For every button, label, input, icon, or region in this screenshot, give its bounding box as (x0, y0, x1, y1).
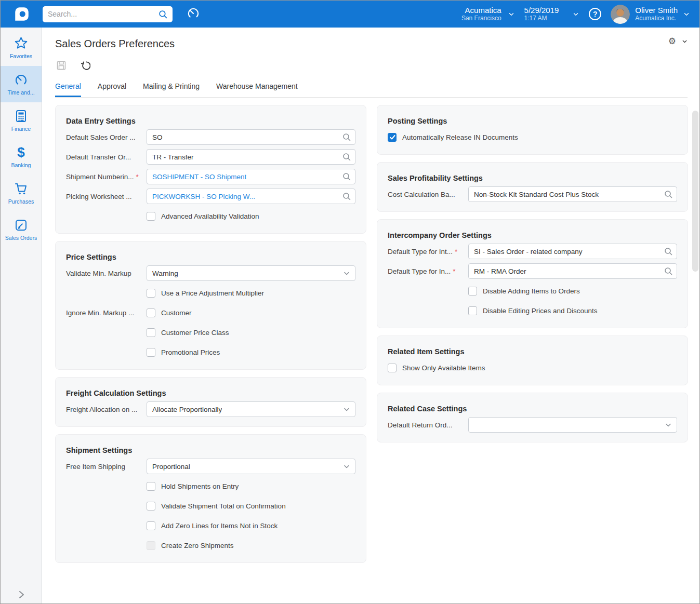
gear-icon[interactable]: ⚙ (668, 37, 676, 46)
company-branch-selector[interactable]: Acumatica San Francisco (461, 6, 515, 22)
chevron-down-icon[interactable] (342, 269, 351, 277)
chevron-right-icon (17, 590, 26, 599)
company-name: Acumatica (461, 6, 501, 15)
save-button[interactable] (56, 60, 67, 71)
global-search[interactable] (43, 6, 173, 22)
check-icon (389, 134, 395, 140)
section-related-case-settings: Related Case Settings Default Return Ord… (377, 393, 688, 442)
sidebar-item-label: Finance (11, 126, 31, 132)
timer-icon (14, 73, 28, 87)
section-posting-settings: Posting Settings Automatically Release I… (377, 105, 688, 155)
section-title: Intercompany Order Settings (388, 228, 677, 239)
default-return-order-type-select[interactable] (468, 417, 677, 433)
default-type-intercompany-sales-field[interactable]: SI - Sales Order - related company (468, 244, 677, 259)
branch-name: San Francisco (461, 15, 501, 22)
sidebar-item-sales-orders[interactable]: Sales Orders (1, 211, 42, 248)
default-transfer-order-field[interactable]: TR - Transfer (147, 149, 355, 165)
user-menu[interactable]: Oliver Smith Acumatica Inc. (611, 5, 690, 24)
ignore-customer-price-class-checkbox[interactable] (147, 328, 155, 337)
sidebar-expand-button[interactable] (1, 590, 42, 599)
magnifier-icon[interactable] (664, 267, 672, 275)
section-title: Related Case Settings (388, 401, 677, 413)
price-adjustment-multiplier-checkbox[interactable] (147, 289, 155, 298)
user-org: Acumatica Inc. (635, 15, 678, 22)
default-type-intercompany-returns-field[interactable]: RM - RMA Order (468, 263, 677, 279)
auto-release-in-documents-checkbox[interactable] (388, 133, 397, 142)
section-related-item-settings: Related Item Settings Show Only Availabl… (377, 335, 688, 385)
required-asterisk: * (136, 173, 139, 181)
section-sales-profitability-settings: Sales Profitability Settings Cost Calcul… (377, 162, 688, 212)
free-item-shipping-select[interactable]: Proportional (147, 459, 355, 474)
pencil-square-icon (14, 218, 28, 232)
chevron-down-icon (508, 10, 515, 18)
field-label: Picking Worksheet ... (66, 193, 147, 200)
validate-shipment-total-checkbox[interactable] (147, 502, 155, 511)
magnifier-icon[interactable] (342, 172, 351, 181)
shipment-numbering-field[interactable]: SOSHIPMENT - SO Shipment (147, 169, 355, 184)
required-asterisk: * (455, 248, 457, 256)
page-title: Sales Orders Preferences (42, 28, 700, 50)
freight-allocation-select[interactable]: Allocate Proportionally (147, 401, 355, 417)
checkbox-label: Hold Shipments on Entry (161, 482, 239, 490)
magnifier-icon[interactable] (664, 247, 672, 256)
tab-general[interactable]: General (55, 82, 81, 97)
section-price-settings: Price Settings Validate Min. Markup Warn… (55, 241, 366, 370)
disable-editing-prices-checkbox[interactable] (468, 306, 477, 315)
sidebar-item-favorites[interactable]: Favorites (1, 30, 42, 66)
user-name: Oliver Smith (635, 6, 678, 15)
disable-adding-items-checkbox[interactable] (468, 287, 477, 296)
section-title: Sales Profitability Settings (388, 171, 677, 182)
section-freight-calculation-settings: Freight Calculation Settings Freight All… (55, 377, 366, 427)
required-asterisk: * (453, 267, 455, 275)
cost-calculation-basis-field[interactable]: Non-Stock Kit Standard Cost Plus Stock (468, 186, 677, 202)
field-label: Validate Min. Markup (66, 270, 147, 277)
tab-warehouse-management[interactable]: Warehouse Management (216, 82, 298, 97)
chevron-down-icon[interactable] (342, 405, 351, 413)
checkbox-label: Customer (161, 309, 192, 317)
section-title: Posting Settings (388, 114, 677, 125)
validate-min-markup-select[interactable]: Warning (147, 265, 355, 281)
default-sales-order-field[interactable]: SO (147, 129, 355, 145)
help-button[interactable]: ? (589, 8, 601, 20)
magnifier-icon[interactable] (342, 153, 351, 161)
search-icon[interactable] (159, 10, 167, 19)
section-title: Shipment Settings (66, 443, 355, 454)
calculator-icon (14, 109, 28, 123)
checkbox-label: Add Zero Lines for Items Not in Stock (161, 522, 278, 530)
avatar (611, 5, 630, 24)
show-only-available-items-checkbox[interactable] (388, 364, 397, 372)
magnifier-icon[interactable] (342, 192, 351, 200)
magnifier-icon[interactable] (664, 190, 672, 198)
checkbox-label: Show Only Available Items (402, 364, 485, 372)
hold-shipments-checkbox[interactable] (147, 482, 155, 491)
field-label: Default Type for In...* (388, 267, 468, 275)
field-label: Shipment Numberin...* (66, 173, 147, 181)
date-time-selector[interactable]: 5/29/2019 1:17 AM (524, 6, 580, 22)
chevron-down-icon[interactable] (681, 38, 688, 45)
sidebar-item-finance[interactable]: Finance (1, 102, 42, 139)
add-zero-lines-checkbox[interactable] (147, 521, 155, 530)
sidebar-item-purchases[interactable]: Purchases (1, 175, 42, 211)
chevron-down-icon[interactable] (342, 462, 351, 471)
sidebar-item-time[interactable]: Time and... (1, 66, 42, 102)
section-title: Price Settings (66, 250, 355, 261)
sidebar-item-label: Sales Orders (5, 235, 37, 241)
magnifier-icon[interactable] (342, 133, 351, 141)
sidebar-item-banking[interactable]: Banking (1, 139, 42, 175)
search-input[interactable] (48, 10, 159, 18)
picking-worksheet-field[interactable]: PICKWORKSH - SO Picking W... (147, 189, 355, 204)
acumatica-logo-icon[interactable] (13, 5, 31, 23)
dollar-icon (14, 145, 28, 159)
tab-mailing-printing[interactable]: Mailing & Printing (143, 82, 200, 97)
vertical-scrollbar[interactable] (692, 111, 698, 272)
top-bar: Acumatica San Francisco 5/29/2019 1:17 A… (1, 1, 699, 28)
time-tracking-button[interactable] (187, 6, 200, 22)
create-zero-shipments-checkbox[interactable] (147, 541, 155, 550)
advanced-availability-checkbox[interactable] (147, 212, 155, 221)
ignore-promotional-prices-checkbox[interactable] (147, 348, 155, 357)
undo-button[interactable] (80, 60, 90, 71)
ignore-customer-checkbox[interactable] (147, 308, 155, 317)
tab-approval[interactable]: Approval (98, 82, 126, 97)
sidebar-item-label: Time and... (7, 89, 34, 96)
chevron-down-icon[interactable] (664, 421, 672, 429)
